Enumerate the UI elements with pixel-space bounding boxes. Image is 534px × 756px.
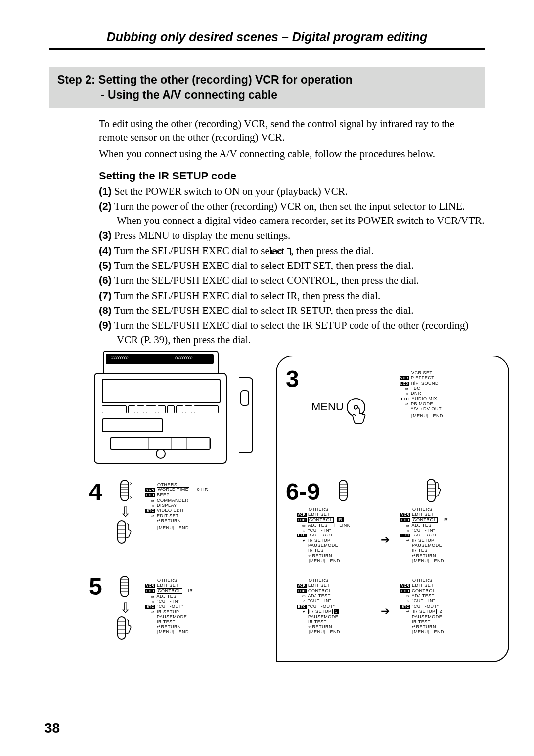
push-dial-icon (116, 616, 132, 640)
osd-panel-6a: OTHERS VCR EDIT SET LCD CONTROL IR ▭ ADJ… (297, 507, 350, 563)
osd-panel-7b: OTHERS VCR EDIT SET LCD CONTROL ▭ ADJ TE… (400, 578, 444, 634)
arrow-right-icon: ➔ (381, 605, 390, 618)
step-6: (6) Turn the SEL/PUSH EXEC dial to selec… (99, 273, 485, 287)
page-header: Dubbing only desired scenes – Digital pr… (49, 30, 485, 44)
push-dial-icon (425, 478, 441, 503)
figure: ○○○○○○○○○ ○○○○○○○○○ 3 MENU (74, 356, 509, 662)
svg-rect-22 (121, 576, 129, 597)
vcr-illustration: ○○○○○○○○○ ○○○○○○○○○ (94, 351, 237, 479)
step-title-line2: - Using the A/V connecting cable (57, 88, 477, 103)
step-4: (4) Turn the SEL/PUSH EXEC dial to selec… (99, 244, 485, 258)
intro-paragraph-2: When you connect using the A/V connectin… (99, 147, 485, 161)
step-title-line1: Step 2: Setting the other (recording) VC… (57, 72, 477, 88)
figure-step-number-5: 5 (89, 573, 102, 600)
scroll-dial-icon (336, 479, 350, 502)
scroll-dial-icon (118, 479, 132, 502)
svg-rect-6 (118, 521, 126, 543)
push-dial-icon (116, 520, 132, 544)
osd-panel-5: OTHERS VCR EDIT SET LCD CONTROL IR ▭ ADJ… (145, 578, 193, 634)
steps-list: (1) Set the POWER switch to ON on your (… (99, 184, 485, 347)
step-3: (3) Press MENU to display the menu setti… (99, 228, 485, 242)
svg-rect-17 (427, 479, 435, 502)
intro-paragraph-1: To edit using the other (recording) VCR,… (99, 117, 485, 145)
figure-step-number-6-9: 6-9 (286, 478, 320, 505)
figure-step-number-3: 3 (286, 365, 299, 393)
step-8: (8) Turn the SEL/PUSH EXEC dial to selec… (99, 304, 485, 317)
step-9: (9) Turn the SEL/PUSH EXEC dial to selec… (99, 318, 485, 347)
osd-panel-3: VCR SET VCR P EFFECT LCD HiFi SOUND ▭ TB… (400, 370, 443, 419)
step-7: (7) Turn the SEL/PUSH EXEC dial to selec… (99, 289, 485, 303)
step-title-box: Step 2: Setting the other (recording) VC… (49, 67, 485, 108)
svg-rect-11 (339, 480, 347, 501)
osd-panel-7a: OTHERS VCR EDIT SET LCD CONTROL ▭ ADJ TE… (297, 578, 340, 634)
arrow-down-icon: ⇩ (120, 600, 131, 616)
step-2: (2) Turn the power of the other (recordi… (99, 199, 485, 227)
osd-panel-4: OTHERS VCR WORLD TIME 0 HR LCD BEEP ▭ CO… (145, 482, 208, 531)
hand-press-icon (352, 407, 367, 425)
header-rule (49, 48, 485, 50)
figure-step-number-4: 4 (89, 478, 102, 505)
svg-rect-0 (121, 480, 129, 501)
subheading: Setting the IR SETUP code (99, 170, 485, 182)
arrow-down-icon: ⇩ (120, 504, 131, 520)
osd-panel-6b: OTHERS VCR EDIT SET LCD CONTROL IR ▭ ADJ… (400, 507, 448, 563)
step-5: (5) Turn the SEL/PUSH EXEC dial to selec… (99, 259, 485, 272)
step-1: (1) Set the POWER switch to ON on your (… (99, 184, 485, 198)
page-number: 38 (44, 720, 60, 736)
scroll-dial-icon (118, 575, 132, 598)
arrow-right-icon: ➔ (381, 534, 390, 546)
svg-rect-28 (118, 617, 126, 639)
